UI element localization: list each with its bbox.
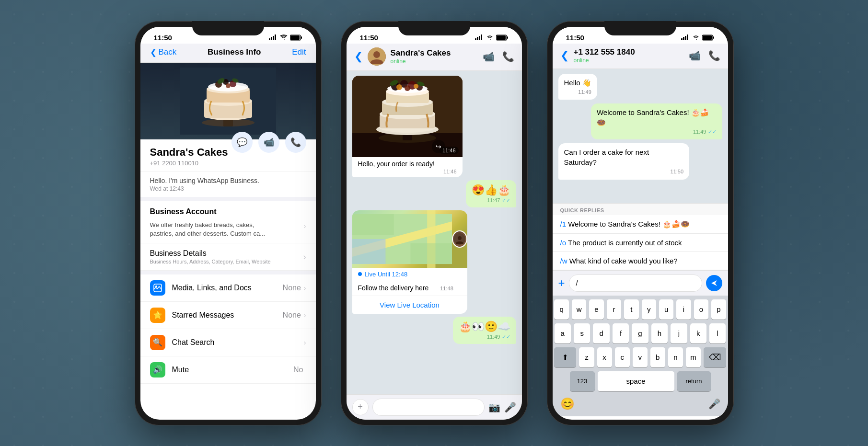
key-t[interactable]: t	[624, 299, 638, 320]
svg-point-52	[405, 85, 410, 91]
key-u[interactable]: u	[659, 299, 673, 320]
message-input-2[interactable]	[372, 399, 485, 416]
profile-image-1	[140, 63, 316, 139]
key-k[interactable]: k	[690, 323, 706, 343]
edit-button-1[interactable]: Edit	[292, 47, 306, 57]
keyboard-bottom: 😊 🎤	[555, 395, 726, 414]
key-h[interactable]: h	[651, 323, 668, 343]
key-shift[interactable]: ⬆	[554, 347, 576, 367]
svg-rect-25	[475, 38, 476, 40]
key-123[interactable]: 123	[570, 371, 595, 391]
list-item-mute[interactable]: 🔊 Mute No	[140, 356, 316, 384]
svg-rect-5	[290, 35, 300, 40]
key-x[interactable]: x	[597, 347, 612, 367]
starred-value: None	[283, 311, 301, 320]
chat-actions-3: 📹 📞	[689, 50, 720, 61]
voice-call-icon-3[interactable]: 📞	[708, 50, 720, 61]
mic-icon-2[interactable]: 🎤	[504, 401, 516, 413]
key-s[interactable]: s	[574, 323, 590, 343]
media-value: None	[283, 284, 301, 292]
key-m[interactable]: m	[686, 347, 701, 367]
wifi-icon-1	[280, 34, 288, 40]
chat-actions-2: 📹 📞	[483, 51, 514, 62]
key-d[interactable]: d	[593, 323, 609, 343]
reply-text-3: What kind of cake would you like?	[569, 257, 678, 265]
add-button-3[interactable]: +	[558, 276, 565, 290]
key-delete[interactable]: ⌫	[704, 347, 726, 367]
status-time-1: 11:50	[154, 34, 172, 42]
key-n[interactable]: n	[668, 347, 683, 367]
starred-label: Starred Messages	[172, 311, 283, 320]
chevron-left-icon-1: ❮	[150, 47, 157, 57]
key-j[interactable]: j	[671, 323, 687, 343]
key-space[interactable]: space	[598, 371, 674, 391]
list-item-media[interactable]: Media, Links, and Docs None ›	[140, 274, 316, 302]
video-button-1[interactable]: 📹	[258, 132, 279, 153]
key-i[interactable]: i	[676, 299, 691, 320]
camera-icon-2[interactable]: 📷	[488, 401, 500, 413]
message-button-1[interactable]: 💬	[231, 132, 253, 153]
key-a[interactable]: a	[555, 323, 571, 343]
quick-reply-1[interactable]: /1 Welcome to Sandra's Cakes! 🎂🍰🍩	[553, 215, 728, 234]
signal-icon-1	[269, 34, 278, 40]
view-live-location-btn[interactable]: View Live Location	[352, 296, 467, 314]
key-z[interactable]: z	[579, 347, 594, 367]
emoji-time-1: 11:47 ✓✓	[472, 197, 510, 204]
svg-rect-30	[497, 35, 506, 40]
video-call-icon-2[interactable]: 📹	[483, 51, 495, 62]
screen-1: 11:50	[140, 27, 316, 420]
add-attachment-btn-2[interactable]: +	[352, 399, 369, 415]
message-welcome: Welcome to Sandra's Cakes! 🎂🍰🍩 11:49 ✓✓	[591, 103, 722, 139]
quick-reply-3[interactable]: /w What kind of cake would you like?	[553, 252, 728, 270]
pin-avatar-svg	[454, 233, 465, 245]
send-button-3[interactable]	[706, 275, 722, 291]
battery-icon-1	[290, 34, 302, 41]
key-return[interactable]: return	[677, 371, 711, 391]
key-e[interactable]: e	[589, 299, 603, 320]
chat-body-2: 11:46 ↪ Hello, your order is ready! 11:4…	[347, 71, 522, 394]
quick-replies-label: QUICK REPLIES	[553, 204, 728, 215]
key-c[interactable]: c	[615, 347, 630, 367]
mic-key[interactable]: 🎤	[708, 398, 720, 410]
emoji-key[interactable]: 😊	[560, 397, 575, 411]
hello-text: Hello 👋	[564, 79, 591, 87]
key-r[interactable]: r	[607, 299, 621, 320]
list-item-starred[interactable]: ⭐ Starred Messages None ›	[140, 302, 316, 329]
key-l[interactable]: l	[709, 323, 726, 343]
call-button-1[interactable]: 📞	[285, 132, 306, 153]
quick-reply-2[interactable]: /o The product is currently out of stock	[553, 234, 728, 252]
message-input-3[interactable]: /	[569, 274, 702, 292]
notch-2	[398, 21, 470, 35]
svg-rect-3	[275, 34, 276, 40]
profile-actions-1: 💬 📹 📞	[231, 132, 306, 153]
key-v[interactable]: v	[633, 347, 648, 367]
list-item-search[interactable]: 🔍 Chat Search ›	[140, 329, 316, 356]
back-button-2[interactable]: ❮	[354, 50, 363, 63]
location-pin-2	[452, 230, 467, 248]
share-icon-2[interactable]: ↪	[432, 140, 445, 153]
key-b[interactable]: b	[650, 347, 665, 367]
key-g[interactable]: g	[632, 323, 648, 343]
video-call-icon-3[interactable]: 📹	[689, 50, 701, 61]
svg-point-20	[226, 83, 231, 88]
quick-replies-section: QUICK REPLIES /1 Welcome to Sandra's Cak…	[553, 203, 728, 270]
cake-image-2: 11:46 ↪	[352, 76, 463, 157]
back-button-1[interactable]: ❮ Back	[150, 47, 177, 57]
contact-status-3: online	[574, 57, 684, 64]
voice-call-icon-2[interactable]: 📞	[502, 51, 514, 62]
key-o[interactable]: o	[694, 299, 708, 320]
phone-2: 11:50	[341, 21, 528, 425]
mute-label: Mute	[172, 366, 294, 374]
status-icons-2	[475, 34, 509, 41]
back-button-3[interactable]: ❮	[560, 49, 569, 62]
key-w[interactable]: w	[572, 299, 586, 320]
reply-text-2: The product is currently out of stock	[568, 239, 682, 247]
svg-rect-1	[271, 37, 272, 40]
list-item-business-details[interactable]: Business Details Business Hours, Address…	[140, 243, 316, 271]
key-q[interactable]: q	[554, 299, 568, 320]
key-p[interactable]: p	[711, 299, 726, 320]
key-f[interactable]: f	[613, 323, 629, 343]
nav-bar-1: ❮ Back Business Info Edit	[140, 44, 316, 63]
key-y[interactable]: y	[642, 299, 656, 320]
contact-name-3: +1 312 555 1840	[574, 47, 684, 57]
